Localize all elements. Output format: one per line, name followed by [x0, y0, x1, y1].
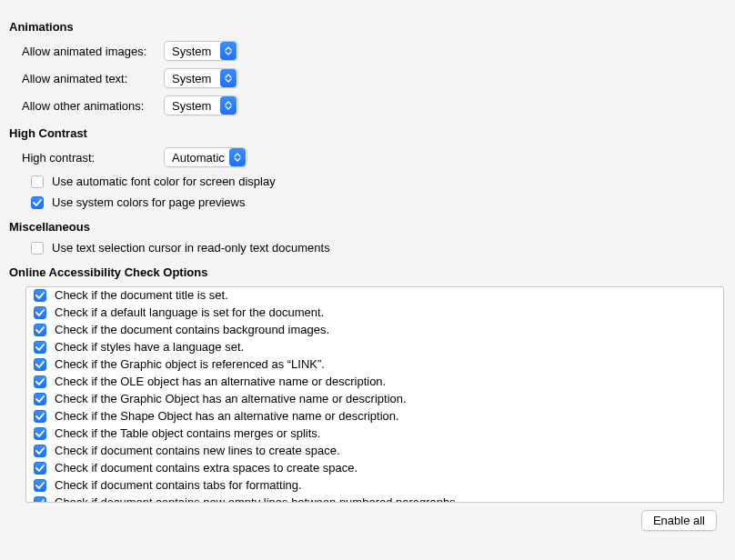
- accessibility-item-checkbox[interactable]: [34, 393, 46, 405]
- accessibility-listbox[interactable]: Check if the document title is set.Check…: [25, 286, 724, 503]
- accessibility-item-label: Check if the Graphic Object has an alter…: [55, 392, 407, 405]
- accessibility-item-checkbox[interactable]: [34, 341, 46, 354]
- high-contrast-header: High Contrast: [9, 126, 726, 140]
- animations-row-value: System: [172, 72, 219, 85]
- accessibility-item-checkbox[interactable]: [34, 324, 46, 336]
- updown-icon: [220, 42, 237, 60]
- misc-option-checkbox[interactable]: [31, 242, 44, 255]
- accessibility-item-label: Check if the Table object contains merge…: [55, 426, 320, 440]
- high-contrast-option-checkbox[interactable]: [31, 196, 44, 209]
- animations-row-select[interactable]: System: [164, 41, 238, 61]
- accessibility-item-label: Check if document contains new empty lin…: [55, 495, 458, 503]
- high-contrast-option-label: Use automatic font color for screen disp…: [52, 175, 276, 188]
- accessibility-item-checkbox[interactable]: [34, 306, 46, 319]
- animations-row-value: System: [172, 99, 219, 113]
- misc-header: Miscellaneous: [9, 220, 726, 234]
- animations-row-select[interactable]: System: [164, 95, 238, 115]
- accessibility-item-checkbox[interactable]: [34, 479, 46, 492]
- animations-row-value: System: [172, 45, 219, 58]
- updown-icon: [229, 148, 246, 166]
- accessibility-item-label: Check if styles have a language set.: [55, 340, 244, 354]
- updown-icon: [220, 96, 237, 115]
- accessibility-item-label: Check if the document contains backgroun…: [55, 323, 329, 336]
- animations-row-label: Allow animated images:: [9, 45, 164, 58]
- high-contrast-option-label: Use system colors for page previews: [52, 195, 245, 209]
- high-contrast-option-checkbox[interactable]: [31, 175, 44, 188]
- accessibility-item-checkbox[interactable]: [34, 289, 46, 302]
- accessibility-item-label: Check if the document title is set.: [55, 288, 228, 302]
- animations-row-label: Allow other animations:: [9, 99, 164, 113]
- accessibility-item-checkbox[interactable]: [34, 462, 46, 475]
- accessibility-item-label: Check if the Shape Object has an alterna…: [55, 409, 399, 423]
- high-contrast-value: Automatic: [172, 151, 228, 165]
- accessibility-item-checkbox[interactable]: [34, 445, 46, 457]
- accessibility-item-checkbox[interactable]: [34, 358, 46, 371]
- high-contrast-label: High contrast:: [9, 151, 164, 165]
- accessibility-header: Online Accessibility Check Options: [9, 265, 726, 279]
- updown-icon: [220, 69, 237, 87]
- accessibility-item-label: Check if the Graphic object is reference…: [55, 357, 325, 371]
- accessibility-item-label: Check if document contains tabs for form…: [55, 478, 302, 492]
- accessibility-item-label: Check if document contains extra spaces …: [55, 461, 357, 475]
- enable-all-button[interactable]: Enable all: [641, 510, 717, 531]
- accessibility-item-label: Check if a default language is set for t…: [55, 305, 324, 319]
- animations-row-label: Allow animated text:: [9, 72, 164, 85]
- animations-row-select[interactable]: System: [164, 68, 238, 88]
- accessibility-item-checkbox[interactable]: [34, 427, 46, 440]
- accessibility-item-checkbox[interactable]: [34, 496, 46, 504]
- accessibility-item-label: Check if the OLE object has an alternati…: [55, 375, 386, 388]
- accessibility-item-checkbox[interactable]: [34, 375, 46, 388]
- accessibility-item-checkbox[interactable]: [34, 410, 46, 423]
- misc-option-label: Use text selection cursor in read-only t…: [52, 241, 330, 255]
- high-contrast-select[interactable]: Automatic: [164, 147, 247, 167]
- accessibility-item-label: Check if document contains new lines to …: [55, 444, 340, 457]
- animations-header: Animations: [9, 20, 726, 34]
